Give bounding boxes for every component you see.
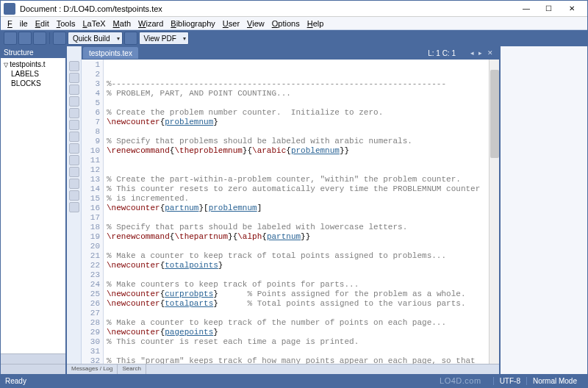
vertical-scrollbar[interactable]: [489, 60, 499, 364]
msgtab-log[interactable]: Messages / Log: [67, 364, 118, 374]
window-title: Document : D:/LO4D.com/testpoints.tex: [20, 4, 515, 13]
toolbar-open-icon[interactable]: [18, 32, 32, 45]
symbol-icon[interactable]: [69, 155, 79, 165]
main-area: Structure testpoints.t LABELS BLOCKS tes…: [1, 46, 587, 374]
menu-tools[interactable]: Tools: [53, 19, 79, 28]
symbol-icon[interactable]: [69, 120, 79, 130]
message-tabs: Messages / Log Search: [67, 364, 499, 374]
tree-item-labels[interactable]: LABELS: [2, 69, 64, 79]
toolbar: Quick Build View PDF: [1, 30, 587, 46]
tree-item-root[interactable]: testpoints.t: [2, 60, 64, 69]
line-number-gutter: 1234567891011121314151617181920212223242…: [82, 60, 104, 364]
symbol-icon[interactable]: [69, 85, 79, 95]
menubar: File Edit Tools LaTeX Math Wizard Biblio…: [1, 17, 587, 30]
symbol-icon[interactable]: [69, 143, 79, 154]
symbol-icon[interactable]: [69, 132, 79, 142]
menu-edit[interactable]: Edit: [32, 19, 53, 28]
viewer-dropdown[interactable]: View PDF: [139, 32, 189, 45]
status-encoding: UTF-8: [493, 377, 526, 385]
symbol-column: [67, 60, 82, 364]
menu-user[interactable]: User: [219, 19, 243, 28]
window-controls: — ☐ ✕: [515, 2, 584, 15]
editor-body: 1234567891011121314151617181920212223242…: [67, 60, 499, 364]
status-ready: Ready: [5, 377, 26, 385]
menu-view[interactable]: View: [243, 19, 268, 28]
editor-tabs: testpoints.tex L: 1 C: 1 ◂ ▸ ✕: [82, 46, 499, 60]
app-icon: [4, 3, 15, 15]
toolbar-view-icon[interactable]: [124, 32, 137, 45]
sidebar-tab-1[interactable]: [1, 353, 65, 364]
minimize-button[interactable]: —: [515, 2, 537, 15]
cursor-position: L: 1 C: 1: [428, 49, 470, 57]
watermark: LO4D.com: [440, 376, 481, 385]
symbol-icon[interactable]: [69, 96, 79, 107]
symbol-icon[interactable]: [69, 61, 79, 71]
sidebar-tab-2[interactable]: [1, 364, 65, 374]
toolbar-run-icon[interactable]: [53, 32, 66, 45]
toolbar-separator: [49, 32, 50, 44]
menu-options[interactable]: Options: [268, 19, 304, 28]
sidebar-bottom-tabs: [1, 353, 65, 374]
right-panel: [499, 46, 587, 374]
menu-help[interactable]: Help: [304, 19, 328, 28]
menu-math[interactable]: Math: [110, 19, 135, 28]
sidebar-header: Structure: [1, 46, 65, 58]
symbol-icon[interactable]: [69, 167, 79, 177]
build-dropdown[interactable]: Quick Build: [68, 32, 123, 45]
maximize-button[interactable]: ☐: [537, 2, 559, 15]
symbol-icon[interactable]: [69, 202, 79, 212]
symbol-icon[interactable]: [69, 73, 79, 83]
tree-item-blocks[interactable]: BLOCKS: [2, 79, 64, 88]
toolbar-new-icon[interactable]: [4, 32, 17, 45]
symbol-icon[interactable]: [69, 190, 79, 201]
sidebar: Structure testpoints.t LABELS BLOCKS: [1, 46, 67, 374]
status-mode: Normal Mode: [526, 377, 583, 385]
editor-area: testpoints.tex L: 1 C: 1 ◂ ▸ ✕: [67, 46, 499, 374]
scrollbar-thumb[interactable]: [490, 70, 499, 158]
tab-nav-icons[interactable]: ◂ ▸ ✕: [470, 49, 499, 57]
symbol-icon[interactable]: [69, 108, 79, 118]
code-editor[interactable]: %---------------------------------------…: [104, 60, 489, 364]
menu-file[interactable]: File: [4, 19, 32, 28]
close-button[interactable]: ✕: [559, 2, 584, 15]
titlebar[interactable]: Document : D:/LO4D.com/testpoints.tex — …: [1, 1, 587, 17]
structure-tree[interactable]: testpoints.t LABELS BLOCKS: [1, 58, 65, 353]
symbol-icon[interactable]: [69, 179, 79, 189]
menu-bibliography[interactable]: Bibliography: [167, 19, 219, 28]
toolbar-save-icon[interactable]: [33, 32, 46, 45]
statusbar: Ready LO4D.com UTF-8 Normal Mode: [1, 374, 587, 387]
msgtab-search[interactable]: Search: [118, 364, 146, 374]
editor-icon-column-header: [67, 46, 82, 60]
menu-latex[interactable]: LaTeX: [79, 19, 109, 28]
main-window: Document : D:/LO4D.com/testpoints.tex — …: [0, 0, 588, 388]
menu-wizard[interactable]: Wizard: [135, 19, 167, 28]
tab-testpoints[interactable]: testpoints.tex: [83, 47, 138, 59]
